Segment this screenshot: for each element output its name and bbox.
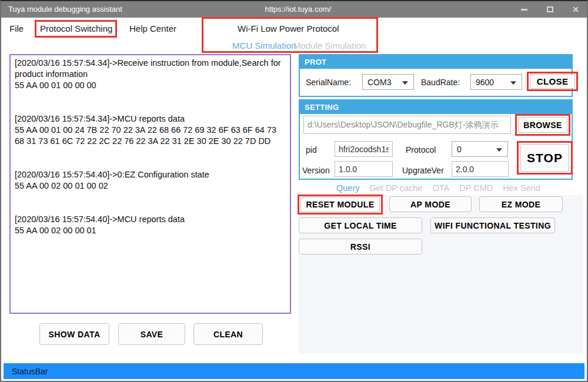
baud-rate-label: BaudRate: <box>421 78 460 87</box>
show-data-button[interactable]: SHOW DATA <box>39 323 109 345</box>
protocol-value: 0 <box>457 145 462 154</box>
tab-hex-send[interactable]: Hex Send <box>503 183 540 193</box>
close-window-button[interactable]: ✕ <box>569 4 582 15</box>
chevron-down-icon <box>496 148 502 152</box>
maximize-button[interactable] <box>543 4 556 15</box>
menu-file[interactable]: File <box>9 24 24 33</box>
browse-button[interactable]: BROWSE <box>518 117 567 133</box>
log-entry-hex: 55 AA 00 02 00 00 01 <box>15 225 286 236</box>
ap-mode-button[interactable]: AP MODE <box>389 196 472 212</box>
clean-button[interactable]: CLEAN <box>193 323 263 345</box>
protocol-select[interactable]: 0 <box>452 141 508 157</box>
tab-module-simulation[interactable]: Module Simulation <box>293 41 366 51</box>
log-entry-header: [2020/03/16 15:57:54.34]->MCU reports da… <box>15 113 286 125</box>
window-title: Tuya module debugging assistant <box>8 5 122 14</box>
ez-mode-button[interactable]: EZ MODE <box>479 196 563 212</box>
save-button[interactable]: SAVE <box>118 323 185 345</box>
protocol-label: Protocol <box>406 145 436 155</box>
setting-section-header: SETTING <box>300 100 572 114</box>
maximize-icon <box>547 6 553 12</box>
serial-name-label: SerialName: <box>306 78 351 87</box>
status-bar: StatusBar <box>4 363 584 379</box>
log-output-area[interactable]: [2020/03/16 15:57:54.34]->Receive instru… <box>9 54 291 314</box>
tab-get-dp-cache[interactable]: Get DP cache <box>370 183 423 193</box>
tab-ota[interactable]: OTA <box>433 183 450 193</box>
rssi-button[interactable]: RSSI <box>299 239 422 254</box>
log-entry: [2020/03/16 15:57:54.40]->MCU reports da… <box>15 214 286 236</box>
close-icon: ✕ <box>572 5 579 14</box>
minimize-button[interactable] <box>517 4 530 15</box>
protocol-title: Wi-Fi Low Power Protocol <box>238 24 339 33</box>
log-entry-hex: 55 AA 00 01 00 00 00 <box>15 80 286 91</box>
log-entry-header: [2020/03/16 15:57:54.34]->Receive instru… <box>15 58 286 80</box>
stop-button[interactable]: STOP <box>520 144 569 172</box>
wifi-functional-testing-button[interactable]: WIFI FUNCTIONAL TESTING <box>430 217 555 233</box>
baud-rate-value: 9600 <box>476 78 494 87</box>
command-tabs: Query Get DP cache OTA DP CMD Hex Send <box>299 182 573 195</box>
minimize-icon <box>521 9 527 11</box>
menu-protocol-switching[interactable]: Protocol Switching <box>40 24 112 33</box>
log-entry: [2020/03/16 15:57:54.40]->0:EZ Configura… <box>15 169 286 192</box>
log-entry: [2020/03/16 15:57:54.34]->MCU reports da… <box>15 113 286 147</box>
upgrade-ver-label: UpgrateVer <box>402 166 444 175</box>
prot-section-header: PROT <box>300 55 572 69</box>
tab-dp-cmd[interactable]: DP CMD <box>459 183 493 193</box>
status-bar-text: StatusBar <box>12 367 48 376</box>
get-local-time-button[interactable]: GET LOCAL TIME <box>299 217 422 233</box>
app-window: Tuya module debugging assistant https://… <box>0 0 588 382</box>
serial-name-select[interactable]: COM3 <box>362 74 414 90</box>
menu-help-center[interactable]: Help Center <box>129 24 176 33</box>
chevron-down-icon <box>510 81 516 85</box>
log-entry: [2020/03/16 15:57:54.34]->Receive instru… <box>15 58 286 91</box>
pid-input[interactable] <box>335 141 393 157</box>
titlebar-url: https://iot.tuya.com/ <box>265 5 331 14</box>
version-label: Version <box>302 166 330 175</box>
window-controls: ✕ <box>517 1 582 18</box>
tab-query[interactable]: Query <box>336 183 360 193</box>
log-entry-header: [2020/03/16 15:57:54.40]->MCU reports da… <box>15 214 286 225</box>
log-entry-header: [2020/03/16 15:57:54.40]->0:EZ Configura… <box>15 169 286 180</box>
reset-module-button[interactable]: RESET MODULE <box>300 197 380 212</box>
log-entry-hex: 55 AA 00 01 00 24 7B 22 70 22 3A 22 68 6… <box>15 125 286 147</box>
version-input[interactable] <box>335 161 393 177</box>
baud-rate-select[interactable]: 9600 <box>470 74 522 90</box>
log-entry-hex: 55 AA 00 02 00 01 00 02 <box>15 180 286 192</box>
upgrade-ver-input[interactable] <box>452 161 509 177</box>
pid-label: pid <box>306 145 317 155</box>
debug-file-path-input[interactable] <box>303 116 511 134</box>
close-serial-button[interactable]: CLOSE <box>530 74 575 89</box>
serial-name-value: COM3 <box>368 78 391 87</box>
tab-mcu-simulation[interactable]: MCU Simulation <box>232 41 296 51</box>
chevron-down-icon <box>402 81 408 85</box>
title-bar: Tuya module debugging assistant https://… <box>1 1 587 18</box>
